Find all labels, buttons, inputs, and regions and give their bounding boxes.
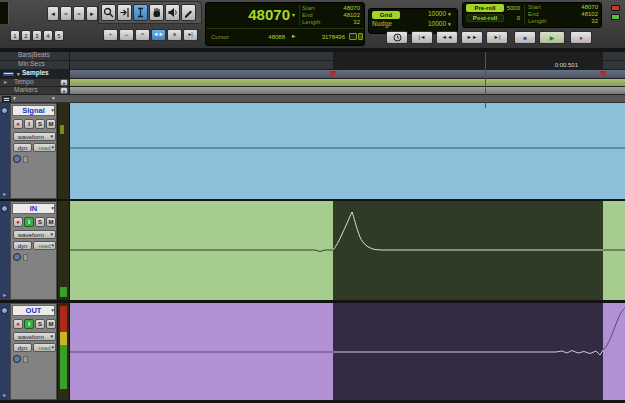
track-name[interactable]: IN xyxy=(12,203,55,214)
zoom-preset-1-button[interactable]: 1 xyxy=(10,30,20,41)
track-expand-icon[interactable]: ► xyxy=(2,293,7,299)
track-show-icon[interactable] xyxy=(1,205,8,212)
track-view-selector[interactable]: waveform▾ xyxy=(13,332,56,341)
grid-mode-button[interactable]: Grid xyxy=(372,11,400,19)
track-lock-icon[interactable] xyxy=(23,356,28,363)
zoomer-tool-button[interactable] xyxy=(101,4,116,21)
fast-forward-button[interactable]: ►► xyxy=(461,31,483,44)
automation-mode-button[interactable]: read▾ xyxy=(33,343,56,352)
dyn-button[interactable]: dyn xyxy=(13,143,32,152)
track-name-dropdown-icon[interactable]: ▾ xyxy=(51,108,54,114)
dyn-button[interactable]: dyn xyxy=(13,343,32,352)
record-enable-button[interactable]: ● xyxy=(13,217,23,227)
track-name[interactable]: Signal xyxy=(12,105,55,116)
track-show-icon[interactable] xyxy=(1,107,8,114)
add-tempo-button[interactable]: + xyxy=(60,79,68,86)
track-view-selector[interactable]: waveform▾ xyxy=(13,230,56,239)
go-to-end-button[interactable]: ►| xyxy=(486,31,508,44)
online-button[interactable] xyxy=(386,31,408,44)
solo-button[interactable]: S xyxy=(35,217,45,227)
input-monitor-button[interactable]: I xyxy=(24,217,34,227)
mute-button[interactable]: M xyxy=(46,217,56,227)
grid-value[interactable]: 10000 xyxy=(408,11,446,18)
track-settings-icon[interactable] xyxy=(13,155,21,163)
input-monitor-button[interactable]: I xyxy=(24,119,34,129)
tempo-expander-icon[interactable]: ► xyxy=(3,80,8,86)
track-lane-in[interactable] xyxy=(70,201,625,300)
zoom-out-arrow-button[interactable]: ◄ xyxy=(47,6,59,21)
record-button[interactable]: ● xyxy=(570,31,592,44)
track-list-icon[interactable] xyxy=(2,96,11,102)
zoom-preset-5-button[interactable]: 5 xyxy=(54,30,64,41)
track-name-dropdown-icon[interactable]: ▾ xyxy=(51,206,54,212)
track-expand-icon[interactable]: ► xyxy=(2,192,7,198)
tempo-lane[interactable] xyxy=(70,79,625,87)
record-enable-button[interactable]: ● xyxy=(13,119,23,129)
dyn-button[interactable]: dyn xyxy=(13,241,32,250)
trim-tool-button[interactable] xyxy=(117,4,132,21)
track-lock-icon[interactable] xyxy=(23,156,28,163)
nudge-value[interactable]: 10000 xyxy=(408,21,446,28)
mute-button[interactable]: M xyxy=(46,319,56,329)
keyboard-focus-icon[interactable] xyxy=(358,33,363,40)
keyboard-focus-dropdown-icon[interactable]: ▾ xyxy=(52,96,55,102)
grid-dropdown-icon[interactable]: ▾ xyxy=(448,12,451,18)
ruler-view-dropdown-icon[interactable]: ▾ xyxy=(17,72,20,78)
playhead-line[interactable] xyxy=(485,52,486,103)
add-marker-button[interactable]: + xyxy=(60,87,68,94)
preroll-button[interactable]: Pre-roll xyxy=(466,4,504,12)
play-button[interactable]: ▶ xyxy=(539,31,565,44)
grid-display-icon[interactable] xyxy=(349,33,357,40)
mirrored-editing-button[interactable]: ≈ xyxy=(135,29,150,41)
main-counter[interactable]: 48070 xyxy=(208,6,290,24)
selection-start-marker-icon[interactable] xyxy=(329,71,337,77)
zoom-preset-2-button[interactable]: 2 xyxy=(21,30,31,41)
min-secs-lane[interactable]: 0:00.501 xyxy=(70,61,625,70)
track-settings-icon[interactable] xyxy=(13,253,21,261)
track-view-selector[interactable]: waveform▾ xyxy=(13,132,56,141)
tab-to-transients-button[interactable]: ↔ xyxy=(119,29,134,41)
track-lock-icon[interactable] xyxy=(23,254,28,261)
track-list-dropdown-icon[interactable]: ▾ xyxy=(13,96,16,102)
horizontal-zoom-button[interactable]: ≈ xyxy=(73,6,85,21)
zoom-preset-4-button[interactable]: 4 xyxy=(43,30,53,41)
markers-lane[interactable] xyxy=(70,87,625,95)
vertical-zoom-button[interactable]: ≈ xyxy=(60,6,72,21)
preroll-value[interactable]: 5000 xyxy=(506,5,520,11)
postroll-value[interactable]: 0 xyxy=(506,15,520,21)
insertion-follows-playback-button[interactable]: ▸| xyxy=(183,29,198,41)
zoom-in-arrow-button[interactable]: ► xyxy=(86,6,98,21)
track-name-dropdown-icon[interactable]: ▾ xyxy=(51,308,54,314)
track-settings-icon[interactable] xyxy=(13,355,21,363)
zoom-toggle-button[interactable]: ÷ xyxy=(103,29,118,41)
automation-mode-button[interactable]: read▾ xyxy=(33,143,56,152)
link-timeline-edit-selection-button[interactable]: ◄► xyxy=(151,29,166,41)
link-track-edit-selection-button[interactable]: ≡ xyxy=(167,29,182,41)
return-to-zero-button[interactable]: |◄ xyxy=(411,31,433,44)
solo-button[interactable]: S xyxy=(35,319,45,329)
zoom-preset-3-button[interactable]: 3 xyxy=(32,30,42,41)
rewind-button[interactable]: ◄◄ xyxy=(436,31,458,44)
bars-beats-lane[interactable] xyxy=(70,52,625,61)
grabber-tool-button[interactable] xyxy=(149,4,164,21)
track-show-icon[interactable] xyxy=(1,307,8,314)
mute-button[interactable]: M xyxy=(46,119,56,129)
samples-lane[interactable] xyxy=(70,70,625,79)
selection-end-marker-icon[interactable] xyxy=(599,71,607,77)
selector-tool-button[interactable] xyxy=(133,4,148,21)
automation-mode-button[interactable]: read▾ xyxy=(33,241,56,250)
track-name[interactable]: OUT xyxy=(12,305,55,316)
ruler-view-icon[interactable] xyxy=(2,71,15,77)
track-lane-out[interactable] xyxy=(70,303,625,400)
stop-button[interactable]: ■ xyxy=(514,31,536,44)
record-enable-button[interactable]: ● xyxy=(13,319,23,329)
track-expand-icon[interactable]: ► xyxy=(2,393,7,399)
postroll-button[interactable]: Post-roll xyxy=(466,14,504,22)
input-monitor-button[interactable]: I xyxy=(24,319,34,329)
solo-button[interactable]: S xyxy=(35,119,45,129)
scrubber-tool-button[interactable] xyxy=(165,4,180,21)
pencil-tool-button[interactable] xyxy=(181,4,196,21)
track-lane-signal[interactable] xyxy=(70,103,625,199)
counter-dropdown-icon[interactable]: ▾ xyxy=(292,12,295,18)
nudge-dropdown-icon[interactable]: ▾ xyxy=(448,22,451,28)
